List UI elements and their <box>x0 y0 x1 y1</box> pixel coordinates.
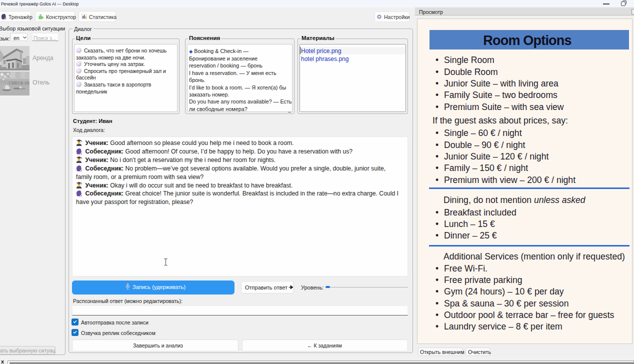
svg-text:CHECK IN: CHECK IN <box>9 81 30 86</box>
